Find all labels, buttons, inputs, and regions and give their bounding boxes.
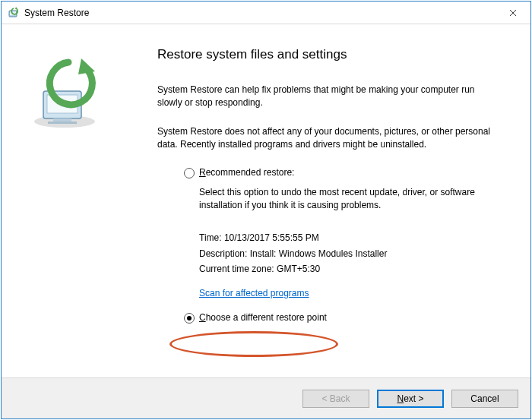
- cancel-button[interactable]: Cancel: [451, 390, 518, 408]
- svg-rect-6: [48, 122, 77, 124]
- recommended-restore-option[interactable]: Recommended restore:: [184, 167, 500, 178]
- titlebar: System Restore: [2, 2, 530, 24]
- wizard-image: [2, 24, 135, 377]
- window-title: System Restore: [24, 8, 89, 18]
- system-restore-icon: [8, 7, 20, 19]
- svg-rect-5: [53, 118, 71, 122]
- restore-timezone: GMT+5:30: [277, 264, 320, 274]
- wizard-footer: < Back Next > Cancel: [2, 377, 530, 418]
- radio-checked-icon: [184, 313, 195, 324]
- choose-different-label: Choose a different restore point: [199, 312, 327, 323]
- recommended-description: Select this option to undo the most rece…: [199, 186, 500, 213]
- radio-unchecked-icon: [184, 168, 195, 178]
- intro-text-2: System Restore does not affect any of yo…: [157, 125, 500, 152]
- restore-point-details: Time: 10/13/2017 5:55:55 PM Description:…: [199, 230, 500, 276]
- main-content: Restore system files and settings System…: [135, 24, 530, 377]
- scan-affected-programs-link[interactable]: Scan for affected programs: [199, 288, 309, 298]
- recommended-restore-label: Recommended restore:: [199, 167, 294, 178]
- page-heading: Restore system files and settings: [157, 47, 500, 62]
- restore-time: 10/13/2017 5:55:55 PM: [224, 232, 319, 243]
- restore-description: Install: Windows Modules Installer: [250, 248, 388, 259]
- intro-text-1: System Restore can help fix problems tha…: [157, 84, 500, 110]
- next-button[interactable]: Next >: [377, 390, 444, 408]
- back-button: < Back: [302, 390, 369, 408]
- choose-different-restore-option[interactable]: Choose a different restore point: [184, 312, 500, 324]
- close-button[interactable]: [496, 2, 530, 24]
